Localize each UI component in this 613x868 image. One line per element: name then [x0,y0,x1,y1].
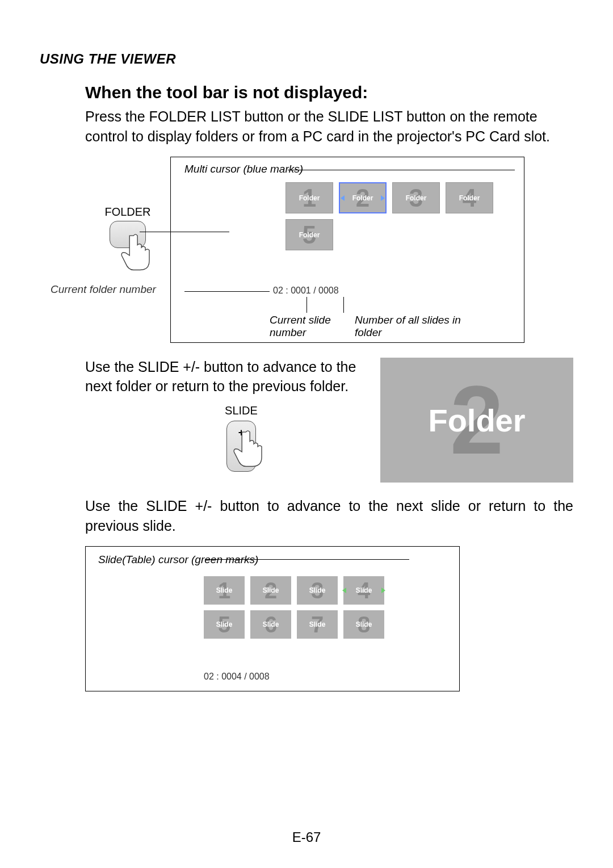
body-paragraph-2: Use the SLIDE +/- button to advance to t… [85,358,363,396]
slide-thumb: 6Slide [250,610,291,639]
slide-cursor-label: Slide(Table) cursor (green marks) [98,553,450,566]
slide-thumb: 1Slide [204,576,245,605]
number-of-slides-label: Number of all slides in folder [355,314,480,339]
slide-thumb: 3Slide [297,576,338,605]
slide-thumb: 8Slide [343,610,384,639]
folder-thumb: 3Folder [392,182,440,213]
body-paragraph-1: Press the FOLDER LIST button or the SLID… [85,107,573,146]
slide-thumb-selected: 4Slide [343,576,384,605]
current-slide-number-label: Current slide number [270,314,349,339]
slide-thumb: 7Slide [297,610,338,639]
slide-list-diagram: Slide(Table) cursor (green marks) 1Slide… [85,546,460,691]
section-header: USING THE VIEWER [40,51,573,67]
slide-button-label: SLIDE [119,403,363,418]
big-folder-preview: 2 Folder [380,358,573,483]
folder-thumb: 4Folder [446,182,493,213]
folder-button-icon [110,221,146,248]
current-folder-number-label: Current folder number [51,283,164,296]
body-paragraph-3: Use the SLIDE +/- button to advance to t… [85,496,573,536]
folder-thumb: 1Folder [285,182,333,213]
status-readout: 02 : 0001 / 0008 [273,286,339,295]
hand-icon [233,428,266,473]
slide-button-icon: + – [226,421,256,472]
folder-thumb: 5Folder [285,219,333,250]
sub-heading: When the tool bar is not displayed: [85,83,573,102]
folder-list-diagram: FOLDER Multi cursor (blue marks) 1Folder… [85,157,573,343]
page-number: E-67 [0,829,613,845]
multi-cursor-label: Multi cursor (blue marks) [184,163,515,175]
status-readout: 02 : 0004 / 0008 [204,672,450,682]
folder-panel: Multi cursor (blue marks) 1Folder 2Folde… [170,157,524,343]
slide-thumb: 5Slide [204,610,245,639]
folder-button-label: FOLDER [85,206,170,219]
folder-thumb-selected: 2Folder [339,182,387,213]
big-folder-label: Folder [428,402,525,439]
slide-thumb: 2Slide [250,576,291,605]
hand-icon [120,232,153,275]
